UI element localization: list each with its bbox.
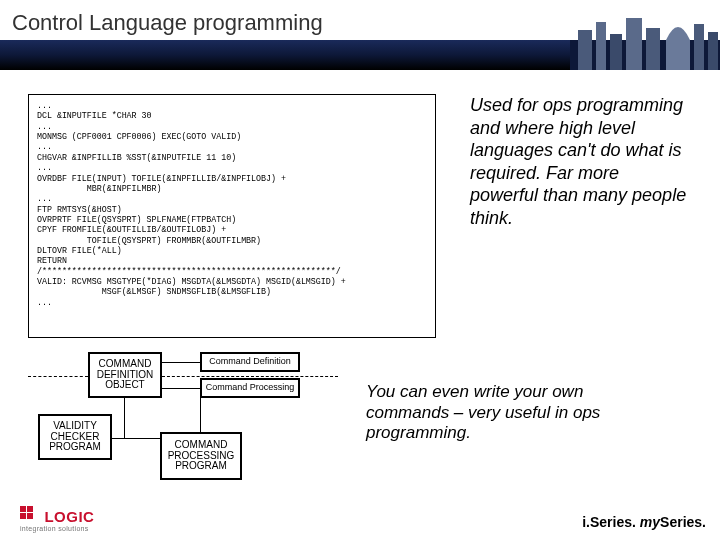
diagram-connector bbox=[112, 438, 160, 439]
diagram-connector bbox=[28, 376, 88, 377]
command-diagram: COMMAND DEFINITION OBJECT Command Defini… bbox=[28, 352, 338, 482]
side-note-2: You can even write your own commands – v… bbox=[366, 382, 616, 444]
svg-rect-5 bbox=[646, 28, 660, 70]
diagram-box-cdo: COMMAND DEFINITION OBJECT bbox=[88, 352, 162, 398]
svg-rect-9 bbox=[27, 506, 33, 512]
diagram-connector bbox=[162, 388, 200, 389]
svg-rect-6 bbox=[694, 24, 704, 70]
side-note-1: Used for ops programming and where high … bbox=[470, 94, 690, 229]
diagram-connector bbox=[124, 398, 125, 438]
svg-rect-2 bbox=[596, 22, 606, 70]
diagram-box-vcp: VALIDITY CHECKER PROGRAM bbox=[38, 414, 112, 460]
svg-rect-7 bbox=[708, 32, 718, 70]
diagram-box-cpp: COMMAND PROCESSING PROGRAM bbox=[160, 432, 242, 480]
page-title: Control Language programming bbox=[12, 10, 323, 36]
brand-series-1: Series. bbox=[590, 514, 636, 530]
title-banner bbox=[0, 40, 720, 70]
svg-rect-3 bbox=[610, 34, 622, 70]
svg-rect-1 bbox=[578, 30, 592, 70]
brand-series-2: Series. bbox=[660, 514, 706, 530]
svg-rect-8 bbox=[20, 506, 26, 512]
title-bar: Control Language programming bbox=[0, 6, 720, 62]
svg-rect-10 bbox=[20, 513, 26, 519]
svg-rect-4 bbox=[626, 18, 642, 70]
footer: LOGIC integration solutions i.Series. my… bbox=[0, 496, 720, 540]
diagram-box-cp: Command Processing bbox=[200, 378, 300, 398]
logo-mark-icon bbox=[20, 506, 40, 526]
code-listing: ... DCL &INPUTFILE *CHAR 30 ... MONMSG (… bbox=[28, 94, 436, 338]
diagram-connector bbox=[162, 362, 200, 363]
brand-i: i. bbox=[582, 514, 590, 530]
skyline-icon bbox=[570, 12, 720, 70]
diagram-connector bbox=[162, 376, 338, 377]
brand-my: my bbox=[640, 514, 660, 530]
svg-rect-11 bbox=[27, 513, 33, 519]
skyline-graphic bbox=[570, 12, 720, 70]
slide-root: Control Language programming ... DCL &IN… bbox=[0, 0, 720, 540]
diagram-box-cd: Command Definition bbox=[200, 352, 300, 372]
footer-logo-text: LOGIC bbox=[44, 508, 94, 525]
footer-logo-subtext: integration solutions bbox=[20, 525, 94, 532]
footer-logo-left: LOGIC integration solutions bbox=[20, 506, 94, 532]
diagram-connector bbox=[200, 398, 201, 432]
footer-brand-right: i.Series. mySeries. bbox=[582, 514, 706, 530]
